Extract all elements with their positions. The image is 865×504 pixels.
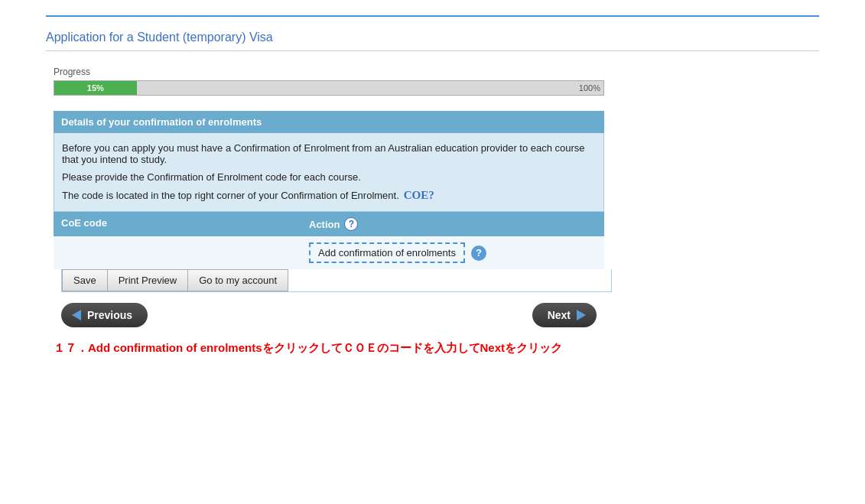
td-action: Add confirmation of enrolments ? [301, 236, 604, 269]
section-header: Details of your confirmation of enrolmen… [54, 111, 604, 133]
progress-label: Progress [54, 67, 819, 77]
progress-bar: 15% 100% [54, 80, 604, 96]
add-confirmation-button[interactable]: Add confirmation of enrolments [309, 242, 465, 263]
previous-label: Previous [87, 309, 132, 321]
next-label: Next [548, 309, 571, 321]
page-title: Application for a Student (temporary) Vi… [46, 24, 819, 50]
col-action-label: Action [309, 219, 340, 230]
progress-end-label: 100% [579, 83, 600, 93]
page-wrapper: Application for a Student (temporary) Vi… [0, 0, 865, 371]
save-button[interactable]: Save [62, 269, 108, 291]
section-body: Before you can apply you must have a Con… [54, 133, 604, 212]
go-to-account-button[interactable]: Go to my account [188, 269, 288, 291]
table-header-row: CoE code Action ? [54, 212, 604, 236]
top-border [46, 15, 819, 17]
action-column-help-icon[interactable]: ? [344, 217, 358, 231]
content-box: Details of your confirmation of enrolmen… [54, 111, 604, 292]
next-button[interactable]: Next [532, 303, 597, 327]
section-para2: Please provide the Confirmation of Enrol… [62, 171, 596, 183]
section-para3-text: The code is located in the top right cor… [62, 190, 399, 201]
coe-hint-icon: COE? [404, 189, 434, 202]
footer-note: １７．Add confirmation of enrolmentsをクリックして… [46, 341, 819, 356]
title-divider [46, 50, 819, 51]
previous-arrow-icon [72, 310, 81, 320]
progress-bar-fill: 15% [54, 81, 137, 95]
next-arrow-icon [577, 310, 586, 320]
nav-row: Previous Next [54, 303, 604, 327]
section-para1: Before you can apply you must have a Con… [62, 142, 596, 165]
print-preview-button[interactable]: Print Preview [108, 269, 189, 291]
table-body-row: Add confirmation of enrolments ? [54, 236, 604, 269]
progress-section: Progress 15% 100% [46, 67, 819, 96]
add-button-help-icon[interactable]: ? [471, 245, 486, 261]
bottom-buttons: Save Print Preview Go to my account [61, 269, 612, 292]
section-para3: The code is located in the top right cor… [62, 189, 596, 202]
table-container: CoE code Action ? Add confirmation of en… [54, 212, 604, 269]
previous-button[interactable]: Previous [61, 303, 148, 327]
col-header-coe: CoE code [54, 212, 301, 236]
td-coe [54, 247, 301, 259]
col-header-action: Action ? [301, 212, 604, 236]
